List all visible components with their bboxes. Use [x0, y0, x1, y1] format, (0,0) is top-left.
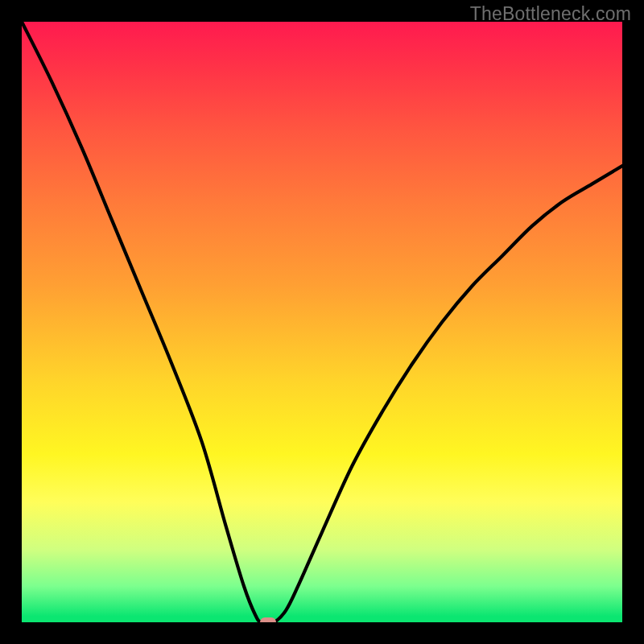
- chart-frame: TheBottleneck.com: [0, 0, 644, 644]
- plot-area: [22, 22, 622, 622]
- bottleneck-curve: [22, 22, 622, 622]
- optimum-marker: [260, 617, 276, 622]
